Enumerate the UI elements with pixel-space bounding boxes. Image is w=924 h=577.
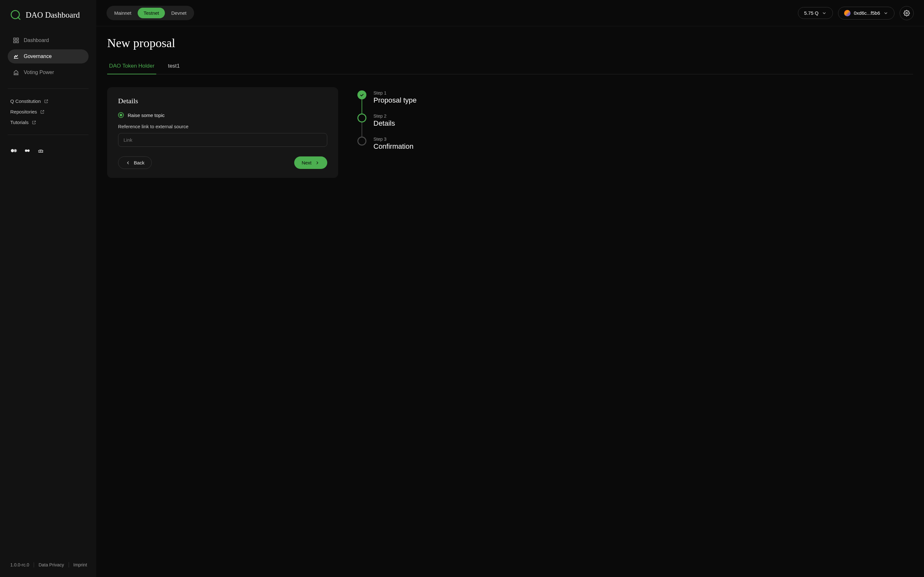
sidebar-item-voting-power[interactable]: Voting Power	[8, 65, 89, 79]
step-pending-icon	[357, 137, 367, 145]
dashboard-icon	[13, 37, 19, 44]
next-button[interactable]: Next	[294, 156, 327, 169]
radio-label: Raise some topic	[128, 113, 165, 118]
svg-point-8	[16, 149, 17, 152]
chevron-left-icon	[126, 160, 131, 165]
sidebar-logo[interactable]: DAO Dashboard	[8, 10, 89, 21]
reference-link-label: Reference link to external source	[118, 124, 327, 129]
step-confirmation: Step 3 Confirmation	[357, 137, 417, 159]
proposal-type-tabs: DAO Token Holder test1	[107, 60, 913, 74]
governance-icon	[13, 53, 19, 60]
wallet-avatar-icon	[844, 10, 851, 16]
topbar: Mainnet Testnet Devnet 5.75 Q 0xd6c...f5…	[96, 0, 924, 26]
social-bridge-icon[interactable]	[37, 147, 44, 154]
step-current-icon	[357, 113, 367, 122]
svg-point-12	[906, 12, 908, 14]
sidebar-item-label: Governance	[24, 53, 52, 59]
footer-imprint[interactable]: Imprint	[73, 562, 87, 567]
social-medium-icon[interactable]	[10, 147, 17, 154]
back-button[interactable]: Back	[118, 156, 152, 169]
step-title: Proposal type	[373, 96, 417, 105]
network-pill-devnet[interactable]: Devnet	[166, 8, 192, 18]
svg-rect-11	[27, 150, 28, 151]
social-discord-icon[interactable]	[24, 147, 31, 154]
footer-privacy[interactable]: Data Privacy	[39, 562, 64, 567]
chevron-down-icon	[883, 11, 888, 16]
ext-link-label: Repositories	[10, 109, 37, 114]
tab-dao-token-holder[interactable]: DAO Token Holder	[107, 60, 156, 74]
ext-link-tutorials[interactable]: Tutorials	[8, 117, 89, 127]
footer-version[interactable]: 1.0.0-rc.0	[10, 562, 29, 567]
step-details: Step 2 Details	[357, 113, 417, 137]
step-overline: Step 2	[373, 113, 395, 119]
sidebar: DAO Dashboard Dashboard Governance	[0, 0, 96, 577]
step-title: Details	[373, 119, 395, 127]
ext-link-label: Q Constitution	[10, 98, 41, 104]
sidebar-item-governance[interactable]: Governance	[8, 49, 89, 63]
svg-rect-5	[17, 41, 19, 43]
radio-selected-icon	[118, 112, 124, 118]
q-logo-icon	[10, 10, 21, 21]
balance-button[interactable]: 5.75 Q	[798, 7, 833, 19]
page-title: New proposal	[107, 36, 913, 50]
sidebar-divider	[8, 89, 89, 89]
balance-value: 5.75 Q	[804, 10, 819, 16]
ext-link-constitution[interactable]: Q Constitution	[8, 96, 89, 106]
step-done-icon	[357, 90, 367, 99]
external-link-icon	[44, 99, 48, 103]
network-switcher: Mainnet Testnet Devnet	[107, 6, 194, 20]
voting-power-icon	[13, 69, 19, 76]
back-button-label: Back	[134, 160, 144, 165]
tab-test1[interactable]: test1	[166, 60, 182, 74]
sidebar-item-label: Voting Power	[24, 69, 54, 75]
radio-raise-topic[interactable]: Raise some topic	[118, 112, 327, 118]
step-title: Confirmation	[373, 142, 414, 151]
stepper: Step 1 Proposal type Step 2 Details	[357, 87, 417, 159]
network-pill-testnet[interactable]: Testnet	[137, 8, 165, 18]
external-link-icon	[40, 110, 45, 114]
chevron-right-icon	[315, 160, 320, 165]
network-pill-mainnet[interactable]: Mainnet	[108, 8, 137, 18]
step-proposal-type: Step 1 Proposal type	[357, 90, 417, 113]
gear-icon	[903, 10, 910, 16]
content: New proposal DAO Token Holder test1 Deta…	[96, 26, 924, 577]
ext-link-label: Tutorials	[10, 119, 29, 125]
main: Mainnet Testnet Devnet 5.75 Q 0xd6c...f5…	[96, 0, 924, 577]
step-overline: Step 3	[373, 137, 414, 142]
details-card: Details Raise some topic Reference link …	[107, 87, 338, 178]
svg-point-6	[11, 149, 14, 152]
svg-rect-2	[14, 38, 16, 40]
sidebar-item-dashboard[interactable]: Dashboard	[8, 33, 89, 47]
svg-point-7	[15, 149, 16, 152]
reference-link-input[interactable]	[118, 133, 327, 147]
settings-button[interactable]	[900, 6, 914, 20]
step-overline: Step 1	[373, 90, 417, 95]
svg-rect-3	[17, 38, 19, 40]
card-title: Details	[118, 97, 327, 105]
sidebar-divider	[8, 135, 89, 135]
svg-rect-4	[14, 41, 16, 43]
social-links	[8, 145, 89, 157]
next-button-label: Next	[302, 160, 312, 165]
chevron-down-icon	[822, 11, 827, 16]
app-title: DAO Dashboard	[26, 11, 80, 19]
external-link-icon	[32, 120, 36, 125]
wallet-address: 0xd6c...f5b6	[854, 10, 880, 16]
sidebar-item-label: Dashboard	[24, 37, 49, 43]
ext-link-repositories[interactable]: Repositories	[8, 106, 89, 117]
sidebar-footer: 1.0.0-rc.0 Data Privacy Imprint	[8, 562, 89, 567]
wallet-button[interactable]: 0xd6c...f5b6	[838, 7, 895, 19]
